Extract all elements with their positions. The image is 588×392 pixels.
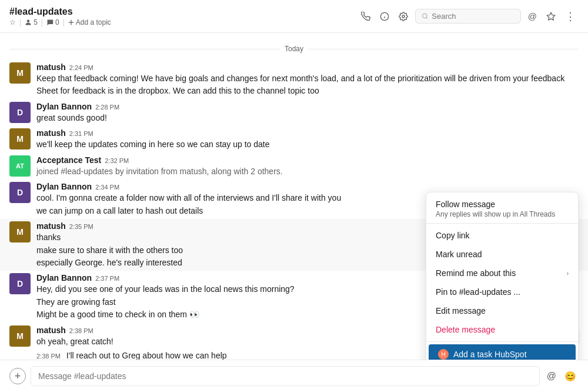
at-icon[interactable]: @ [526, 9, 539, 24]
message-time: 2:37 PM [95, 275, 119, 282]
info-icon[interactable] [377, 9, 392, 24]
member-count: 5 [25, 18, 38, 26]
edit-message-item[interactable]: Edit message [426, 301, 578, 320]
message-content: Acceptance Test 2:32 PM joined #lead-upd… [36, 155, 579, 177]
bookmark-icon[interactable] [544, 9, 558, 24]
hubspot-task-item[interactable]: H Add a task HubSpot [429, 344, 576, 360]
message-author: matush [36, 62, 66, 72]
message-input-area: + @ 😊 [0, 360, 588, 392]
avatar: M [9, 325, 31, 347]
more-icon[interactable]: ⋮ [563, 8, 579, 25]
message-header: Dylan Bannon 2:28 PM [36, 102, 579, 111]
message-time: 2:32 PM [105, 157, 129, 164]
avatar: M [9, 128, 31, 150]
avatar: M [9, 221, 31, 242]
message-content: matush 2:24 PM Keep that feedback coming… [36, 62, 579, 97]
mark-unread-item[interactable]: Mark unread [426, 245, 578, 264]
message-author: matush [36, 325, 66, 335]
svg-point-3 [402, 15, 405, 18]
message-author: Dylan Bannon [36, 182, 92, 191]
message-text: Keep that feedback coming! We have big g… [36, 72, 579, 84]
avatar: D [9, 273, 31, 294]
message-text: Sheet for feedback is in the dropbox. We… [36, 85, 579, 97]
message-author: matush [36, 128, 66, 138]
follow-message-title: Follow message [436, 200, 569, 209]
message-time: 2:28 PM [95, 104, 119, 111]
channel-meta: ☆ | 5 | 0 | Add a topic [9, 18, 359, 26]
message-author: Dylan Bannon [36, 102, 92, 111]
channel-info: #lead-updates ☆ | 5 | 0 | Add a topic [9, 6, 359, 26]
delete-message-item[interactable]: Delete message [426, 320, 578, 339]
message-header: Dylan Bannon 2:34 PM [36, 182, 579, 191]
message-row: AT Acceptance Test 2:32 PM joined #lead-… [0, 153, 588, 180]
message-author: Acceptance Test [36, 155, 101, 165]
gear-icon[interactable] [396, 9, 410, 24]
messages-area: Today M matush 2:24 PM Keep that feedbac… [0, 33, 588, 360]
message-input[interactable] [31, 366, 540, 386]
remind-item[interactable]: Remind me about this › [426, 264, 578, 283]
footer-time: 2:38 PM [36, 353, 61, 360]
message-text: we'll keep the updates coming in here so… [36, 138, 579, 150]
header-actions: @ ⋮ [359, 8, 579, 25]
message-content: Dylan Bannon 2:28 PM great sounds good! [36, 102, 579, 124]
message-text: great sounds good! [36, 112, 579, 124]
message-time: 2:34 PM [95, 184, 119, 191]
input-actions: @ 😊 [544, 368, 579, 384]
emoji-picker-button[interactable]: 😊 [562, 368, 579, 384]
svg-line-5 [426, 18, 427, 19]
add-button[interactable]: + [9, 368, 26, 384]
message-header: Acceptance Test 2:32 PM [36, 155, 579, 165]
star-icon[interactable]: ☆ [9, 18, 16, 26]
context-menu-divider [426, 223, 578, 224]
avatar: D [9, 102, 31, 123]
svg-marker-6 [547, 12, 554, 20]
follow-message-section: Follow message Any replies will show up … [426, 195, 578, 221]
message-content: matush 2:31 PM we'll keep the updates co… [36, 128, 579, 150]
pin-item[interactable]: Pin to #lead-updates ... [426, 283, 578, 301]
svg-point-4 [422, 14, 427, 18]
search-input[interactable] [432, 12, 514, 21]
message-row: D Dylan Bannon 2:28 PM great sounds good… [0, 99, 588, 126]
context-menu: Follow message Any replies will show up … [426, 192, 579, 360]
message-time: 2:31 PM [69, 130, 93, 137]
add-topic-link[interactable]: Add a topic [68, 18, 111, 26]
message-time: 2:38 PM [69, 327, 93, 334]
follow-message-subtitle: Any replies will show up in All Threads [436, 210, 569, 218]
message-row: M matush 2:31 PM we'll keep the updates … [0, 126, 588, 152]
message-row: M matush 2:24 PM Keep that feedback comi… [0, 60, 588, 99]
channel-header: #lead-updates ☆ | 5 | 0 | Add a topic [0, 0, 588, 33]
phone-icon[interactable] [359, 9, 373, 24]
footer-message-text: I'll reach out to Greg about how we can … [66, 351, 227, 360]
search-box[interactable] [415, 9, 521, 24]
chevron-right-icon: › [567, 270, 569, 277]
message-author: matush [36, 221, 66, 231]
thread-count: 0 [46, 18, 59, 26]
date-divider: Today [0, 45, 588, 53]
message-header: matush 2:31 PM [36, 128, 579, 138]
hubspot-icon: H [438, 349, 449, 360]
message-time: 2:35 PM [69, 223, 93, 230]
avatar: D [9, 182, 31, 203]
message-header: matush 2:24 PM [36, 62, 579, 72]
at-mention-button[interactable]: @ [544, 368, 559, 384]
message-text: joined #lead-updates by invitation from … [36, 165, 579, 177]
context-menu-divider-2 [426, 341, 578, 342]
avatar: M [9, 62, 31, 84]
message-time: 2:24 PM [69, 64, 93, 71]
channel-name: #lead-updates [9, 6, 359, 17]
message-author: Dylan Bannon [36, 273, 92, 283]
copy-link-item[interactable]: Copy link [426, 226, 578, 245]
avatar: AT [9, 155, 31, 177]
hubspot-item-content: H Add a task HubSpot [438, 349, 527, 360]
